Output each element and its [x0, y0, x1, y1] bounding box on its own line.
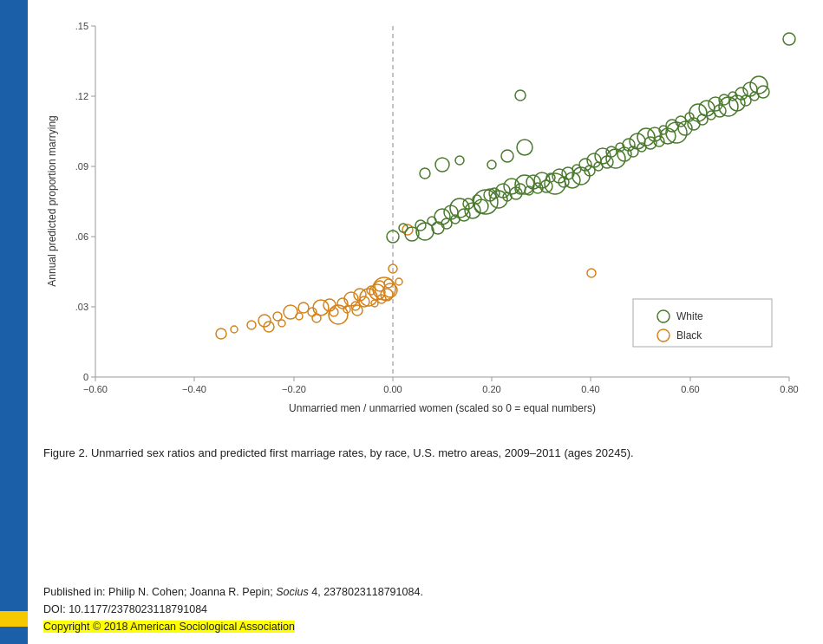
svg-text:0: 0 — [83, 372, 88, 382]
svg-text:Unmarried men / unmarried wome: Unmarried men / unmarried women (scaled … — [289, 402, 596, 414]
sidebar-blue-bottom — [0, 627, 28, 645]
svg-point-117 — [606, 149, 625, 168]
svg-point-136 — [689, 104, 707, 121]
main-content: −0.60 −0.40 −0.20 0.00 0.20 0.40 0.60 0.… — [35, 0, 823, 644]
svg-point-150 — [750, 76, 767, 94]
svg-text:0.40: 0.40 — [581, 384, 599, 394]
sidebar-blue-top — [0, 0, 28, 611]
footer-published-label: Published in: — [43, 586, 106, 598]
svg-point-35 — [247, 321, 256, 329]
svg-rect-160 — [633, 299, 772, 347]
svg-point-33 — [216, 329, 226, 339]
svg-text:.03: .03 — [75, 302, 88, 312]
svg-text:.15: .15 — [75, 21, 88, 31]
svg-text:.12: .12 — [75, 91, 88, 101]
scatter-chart: −0.60 −0.40 −0.20 0.00 0.20 0.40 0.60 0.… — [43, 13, 807, 438]
svg-text:0.20: 0.20 — [482, 384, 500, 394]
svg-point-116 — [606, 146, 617, 157]
svg-text:−0.40: −0.40 — [182, 384, 206, 394]
svg-point-93 — [504, 179, 519, 194]
svg-point-40 — [296, 313, 303, 320]
svg-point-155 — [501, 150, 513, 162]
svg-text:−0.60: −0.60 — [83, 384, 108, 394]
sidebar-yellow — [0, 611, 28, 627]
left-sidebar — [0, 0, 28, 644]
svg-point-154 — [487, 160, 496, 169]
svg-point-42 — [313, 300, 329, 315]
svg-point-82 — [458, 209, 470, 221]
svg-text:0.00: 0.00 — [383, 384, 402, 394]
footer-published: Published in: Philip N. Cohen; Joanna R.… — [43, 583, 806, 601]
svg-point-156 — [517, 140, 532, 155]
svg-text:0.80: 0.80 — [780, 384, 798, 394]
chart-container: −0.60 −0.40 −0.20 0.00 0.20 0.40 0.60 0.… — [43, 13, 807, 438]
svg-point-39 — [298, 302, 309, 313]
svg-text:.06: .06 — [75, 231, 88, 242]
svg-point-67 — [395, 278, 402, 285]
svg-point-158 — [435, 158, 449, 172]
svg-point-64 — [329, 305, 348, 324]
svg-point-41 — [308, 308, 317, 316]
svg-point-152 — [515, 90, 526, 101]
svg-point-87 — [474, 190, 498, 214]
footer-authors: Philip N. Cohen; Joanna R. Pepin; — [108, 586, 273, 598]
footer-journal-rest: 4, 2378023118791084. — [309, 586, 423, 598]
svg-text:Annual predicted proportion ma: Annual predicted proportion marrying — [46, 115, 58, 286]
footer-journal-italic: Socius — [276, 586, 309, 598]
svg-point-63 — [312, 314, 321, 322]
svg-point-62 — [278, 320, 285, 327]
svg-text:−0.20: −0.20 — [282, 384, 306, 394]
svg-text:White: White — [676, 310, 703, 322]
footer-section: Published in: Philip N. Cohen; Joanna R.… — [43, 583, 806, 645]
svg-text:0.60: 0.60 — [681, 384, 699, 394]
svg-point-159 — [455, 156, 464, 165]
svg-point-34 — [231, 326, 238, 333]
svg-point-69 — [587, 269, 596, 277]
svg-point-157 — [420, 168, 430, 179]
footer-copyright-highlighted: Copyright © 2018 American Sociological A… — [43, 621, 295, 633]
svg-text:.09: .09 — [75, 161, 88, 172]
footer-doi: DOI: 10.1177/2378023118791084 — [43, 601, 806, 618]
figure-caption: Figure 2. Unmarried sex ratios and predi… — [43, 445, 806, 462]
svg-text:Black: Black — [676, 329, 702, 342]
footer-copyright: Copyright © 2018 American Sociological A… — [43, 618, 806, 635]
svg-point-153 — [783, 33, 795, 45]
